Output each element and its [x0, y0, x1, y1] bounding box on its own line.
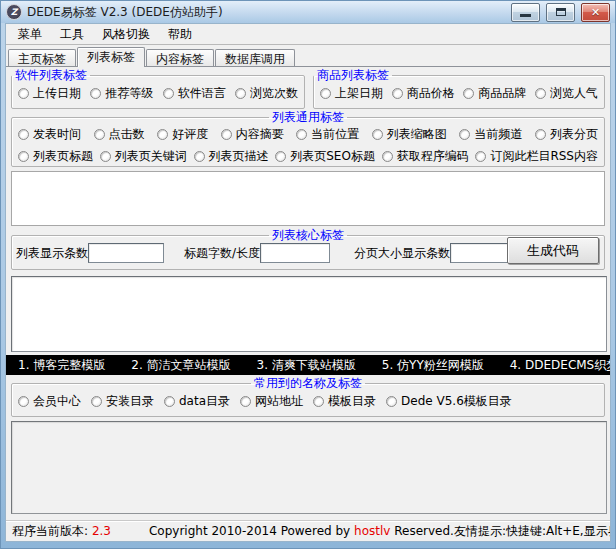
- radio-listpage-title[interactable]: 列表页标题: [18, 148, 93, 165]
- generated-code-output[interactable]: [11, 276, 607, 352]
- status-bar: 程序当前版本: 2.3 Copyright 2010-2014 Powered …: [6, 520, 610, 541]
- radio-recommend-level[interactable]: 推荐等级: [90, 85, 153, 102]
- radio-label: 软件语言: [178, 85, 226, 102]
- radio-view-count[interactable]: 浏览次数: [235, 85, 298, 102]
- radio-label: 上传日期: [33, 85, 81, 102]
- menu-item-style-switch[interactable]: 风格切换: [94, 24, 158, 45]
- radio-listpage-seo-title[interactable]: 列表页SEO标题: [275, 148, 375, 165]
- radio-icon: [475, 151, 486, 162]
- radio-icon: [194, 151, 205, 162]
- radio-dede56-template-dir[interactable]: Dede V5.6模板目录: [386, 393, 512, 410]
- tab-database-call[interactable]: 数据库调用: [215, 49, 295, 66]
- version-value: 2.3: [92, 524, 111, 538]
- radio-label: 好评度: [172, 126, 208, 143]
- radio-icon: [94, 129, 105, 140]
- software-group-options: 上传日期 推荐等级 软件语言 浏览次数: [12, 81, 304, 105]
- minimize-icon: [520, 14, 531, 17]
- menu-item-tools[interactable]: 工具: [52, 24, 92, 45]
- radio-label: 列表页SEO标题: [290, 148, 375, 165]
- template-item-yy-fans[interactable]: 5. 仿YY粉丝网模版: [382, 357, 484, 374]
- radio-content-summary[interactable]: 内容摘要: [221, 126, 284, 143]
- radio-list-thumbnail[interactable]: 列表缩略图: [372, 126, 447, 143]
- tab-list-tags[interactable]: 列表标签: [77, 47, 145, 67]
- menu-item-help[interactable]: 帮助: [160, 24, 200, 45]
- radio-label: Dede V5.6模板目录: [401, 393, 512, 410]
- copyright-text: Copyright 2010-2014 Powered by hostlv Re…: [149, 524, 454, 538]
- template-item-blog[interactable]: 1. 博客完整模版: [18, 357, 105, 374]
- radio-product-brand[interactable]: 商品品牌: [463, 85, 526, 102]
- radio-software-language[interactable]: 软件语言: [163, 85, 226, 102]
- tab-home-tags[interactable]: 主页标签: [8, 49, 76, 66]
- radio-data-dir[interactable]: data目录: [164, 393, 230, 410]
- template-item-dedecms[interactable]: 4. DDEDECMS织梦站长: [510, 357, 611, 374]
- radio-current-position[interactable]: 当前位置: [296, 126, 359, 143]
- radio-icon: [157, 129, 168, 140]
- radio-label: 点击数: [109, 126, 145, 143]
- radio-listpage-keywords[interactable]: 列表页关键词: [100, 148, 187, 165]
- radio-icon: [240, 396, 251, 407]
- close-button[interactable]: ✕: [581, 3, 610, 22]
- radio-label: 订阅此栏目RSS内容: [490, 148, 598, 165]
- generate-code-button[interactable]: 生成代码: [507, 237, 599, 264]
- radio-label: 会员中心: [33, 393, 81, 410]
- window-controls: ✕: [511, 3, 610, 22]
- radio-click-count[interactable]: 点击数: [94, 126, 145, 143]
- radio-icon: [100, 151, 111, 162]
- radio-publish-time[interactable]: 发表时间: [18, 126, 81, 143]
- radio-icon: [296, 129, 307, 140]
- radio-icon: [535, 88, 546, 99]
- radio-icon: [275, 151, 286, 162]
- title-length-input[interactable]: [260, 243, 330, 263]
- radio-label: 网站地址: [255, 393, 303, 410]
- client-area: 菜单 工具 风格切换 帮助 主页标签 列表标签 内容标签 数据库调用 软件列表标…: [5, 23, 611, 542]
- radio-icon: [382, 151, 393, 162]
- radio-icon: [320, 88, 331, 99]
- top-group-row: 软件列表标签 上传日期 推荐等级 软件语言 浏览次数 商品列表标签 上架日期 商…: [11, 69, 605, 109]
- radio-icon: [313, 396, 324, 407]
- minimize-button[interactable]: [511, 3, 540, 22]
- radio-member-center[interactable]: 会员中心: [18, 393, 81, 410]
- common-group-title: 列表通用标签: [269, 111, 347, 123]
- tab-strip: 主页标签 列表标签 内容标签 数据库调用: [6, 45, 610, 67]
- title-length-label: 标题字数/长度: [184, 245, 260, 262]
- radio-label: 发表时间: [33, 126, 81, 143]
- radio-get-program-encoding[interactable]: 获取程序编码: [382, 148, 469, 165]
- radio-shelf-date[interactable]: 上架日期: [320, 85, 383, 102]
- radio-label: 模板目录: [328, 393, 376, 410]
- radio-label: 内容摘要: [236, 126, 284, 143]
- window-title: DEDE易标签 V2.3 (DEDE仿站助手): [27, 4, 511, 21]
- radio-product-price[interactable]: 商品价格: [392, 85, 455, 102]
- template-item-article[interactable]: 2. 简洁文章站模版: [131, 357, 230, 374]
- radio-upload-date[interactable]: 上传日期: [18, 85, 81, 102]
- maximize-button[interactable]: [546, 3, 575, 22]
- radio-view-popularity[interactable]: 浏览人气: [535, 85, 598, 102]
- tab-content-tags[interactable]: 内容标签: [146, 49, 214, 66]
- radio-icon: [463, 88, 474, 99]
- radio-label: 浏览人气: [550, 85, 598, 102]
- radio-label: 安装目录: [106, 393, 154, 410]
- radio-site-url[interactable]: 网站地址: [240, 393, 303, 410]
- core-group-title: 列表核心标签: [269, 229, 347, 241]
- template-item-download[interactable]: 3. 清爽下载站模版: [257, 357, 356, 374]
- radio-icon: [18, 151, 29, 162]
- radio-label: 列表分页: [550, 126, 598, 143]
- radio-icon: [392, 88, 403, 99]
- radio-rating[interactable]: 好评度: [157, 126, 208, 143]
- names-output-panel[interactable]: [11, 421, 607, 514]
- copyright-brand: hostlv: [354, 524, 390, 538]
- radio-current-channel[interactable]: 当前频道: [459, 126, 522, 143]
- radio-icon: [91, 396, 102, 407]
- preview-panel: [11, 171, 605, 226]
- radio-subscribe-rss[interactable]: 订阅此栏目RSS内容: [475, 148, 598, 165]
- app-icon: Z: [6, 4, 22, 20]
- menu-item-main[interactable]: 菜单: [10, 24, 50, 45]
- menu-bar: 菜单 工具 风格切换 帮助: [6, 24, 610, 45]
- radio-template-dir[interactable]: 模板目录: [313, 393, 376, 410]
- radio-label: 商品品牌: [478, 85, 526, 102]
- radio-listpage-description[interactable]: 列表页描述: [194, 148, 269, 165]
- radio-install-dir[interactable]: 安装目录: [91, 393, 154, 410]
- radio-icon: [164, 396, 175, 407]
- radio-list-pagination[interactable]: 列表分页: [535, 126, 598, 143]
- list-count-input[interactable]: [88, 243, 164, 263]
- radio-icon: [221, 129, 232, 140]
